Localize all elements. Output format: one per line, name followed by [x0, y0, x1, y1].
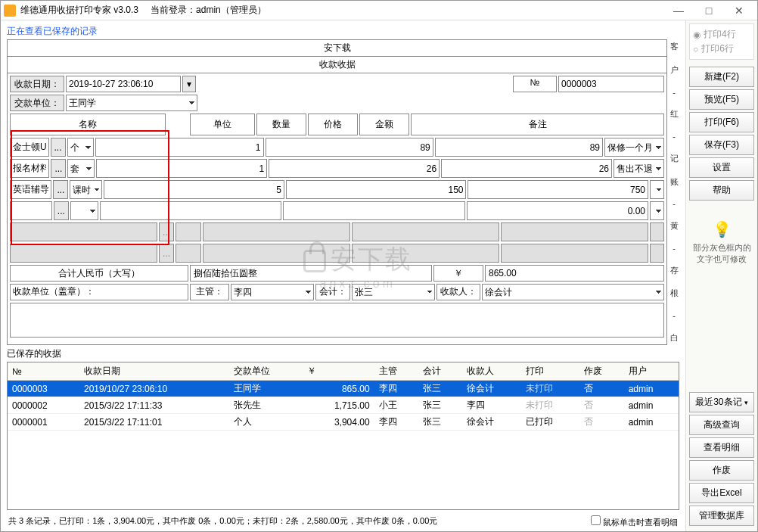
- table-header[interactable]: 作废: [579, 362, 623, 381]
- payee-label: 收款人：: [436, 284, 480, 300]
- action-button[interactable]: 作废: [689, 460, 754, 481]
- action-button[interactable]: 最近30条记 ▾: [689, 392, 754, 412]
- number-input[interactable]: [558, 76, 664, 92]
- item-remark-select[interactable]: 售出不退: [614, 159, 664, 178]
- item-unit-select[interactable]: 套: [67, 159, 95, 178]
- disabled-cell: [203, 244, 350, 263]
- table-header[interactable]: ￥: [303, 362, 374, 381]
- date-input[interactable]: [66, 76, 181, 92]
- item-amount-input[interactable]: [435, 138, 603, 157]
- saved-receipts-label: 已保存的收据: [7, 347, 679, 360]
- disabled-cell: [10, 244, 157, 263]
- item-name-input[interactable]: [10, 201, 52, 220]
- app-icon: [4, 5, 16, 17]
- item-remark-select[interactable]: [650, 201, 664, 220]
- disabled-cell: [650, 244, 664, 263]
- item-name-input[interactable]: [10, 159, 49, 178]
- total-cn: 捌佰陆拾伍圆整: [190, 265, 432, 282]
- col-unit-header: 单位: [190, 114, 255, 135]
- table-header[interactable]: №: [8, 362, 79, 381]
- status-text: 正在查看已保存的记录: [7, 25, 679, 38]
- login-info: 当前登录：admin（管理员）: [151, 4, 266, 17]
- table-header[interactable]: 打印: [521, 362, 580, 381]
- item-unit-select[interactable]: 个: [67, 138, 95, 157]
- item-lookup-button: ...: [159, 244, 174, 263]
- memo-area[interactable]: [10, 303, 664, 338]
- print-lines-group: ◉ 打印4行 ○ 打印6行: [689, 23, 754, 60]
- table-row[interactable]: 00000012015/3/22 17:11:01个人3,904.00李四张三徐…: [8, 414, 679, 431]
- action-button[interactable]: 预览(F5): [689, 89, 754, 110]
- table-header[interactable]: 用户: [624, 362, 679, 381]
- saved-receipts-table[interactable]: №收款日期交款单位￥主管会计收款人打印作废用户 00000032019/10/2…: [7, 362, 679, 510]
- item-remark-select[interactable]: [650, 180, 664, 199]
- item-lookup-button[interactable]: ...: [51, 138, 66, 157]
- payer-select[interactable]: 王同学: [66, 95, 197, 111]
- item-qty-input[interactable]: [100, 201, 281, 220]
- date-picker-button[interactable]: ▾: [182, 76, 196, 92]
- item-qty-input[interactable]: [104, 180, 284, 199]
- table-header[interactable]: 会计: [418, 362, 462, 381]
- table-header[interactable]: 收款人: [462, 362, 521, 381]
- disabled-cell: [650, 222, 664, 241]
- table-header[interactable]: 收款日期: [79, 362, 229, 381]
- table-row[interactable]: 00000032019/10/27 23:06:10王同学865.00李四张三徐…: [8, 381, 679, 397]
- item-amount-input[interactable]: [441, 159, 612, 178]
- maximize-button[interactable]: □: [694, 2, 724, 20]
- table-header[interactable]: 主管: [374, 362, 418, 381]
- action-button[interactable]: 新建(F2): [689, 67, 754, 87]
- disabled-cell: [10, 222, 157, 241]
- disabled-cell: [352, 244, 499, 263]
- item-unit-select[interactable]: [70, 201, 98, 220]
- col-remark-header: 备注: [411, 114, 664, 135]
- action-button[interactable]: 管理数据库: [689, 506, 754, 526]
- payee-select[interactable]: 徐会计: [482, 284, 664, 300]
- table-header[interactable]: 交款单位: [229, 362, 303, 381]
- item-price-input[interactable]: [266, 138, 433, 157]
- date-label-button[interactable]: 收款日期：: [10, 76, 64, 92]
- action-button[interactable]: 高级查询: [689, 415, 754, 435]
- col-price-header: 价格: [308, 114, 358, 135]
- total-amount[interactable]: [485, 265, 664, 282]
- action-button[interactable]: 查看明细: [689, 437, 754, 458]
- item-remark-select[interactable]: 保修一个月: [604, 138, 664, 157]
- item-lookup-button: ...: [159, 222, 174, 241]
- item-amount-input[interactable]: [467, 201, 648, 220]
- receipt-title-1[interactable]: 安下载: [8, 40, 666, 57]
- item-lookup-button[interactable]: ...: [51, 159, 66, 178]
- supervisor-select[interactable]: 李四: [231, 284, 314, 300]
- item-name-input[interactable]: [10, 138, 49, 157]
- item-price-input[interactable]: [286, 180, 467, 199]
- item-lookup-button[interactable]: ...: [53, 180, 68, 199]
- col-amount-header: 金额: [359, 114, 409, 135]
- action-button[interactable]: 导出Excel: [689, 483, 754, 503]
- col-name-header: 名称: [10, 114, 166, 135]
- item-price-input[interactable]: [269, 159, 440, 178]
- minimize-button[interactable]: —: [663, 2, 694, 20]
- print-6-lines-radio[interactable]: ○ 打印6行: [693, 42, 750, 56]
- side-label-strip: 客户-红-记账-黄-存根-白: [669, 39, 679, 345]
- item-qty-input[interactable]: [96, 159, 267, 178]
- supervisor-label: 主管：: [190, 284, 229, 300]
- print-4-lines-radio[interactable]: ◉ 打印4行: [693, 27, 750, 42]
- item-lookup-button[interactable]: ...: [54, 201, 69, 220]
- footer-summary: 共 3 条记录，已打印：1条，3,904.00元，其中作废 0条，0.00元；未…: [8, 515, 437, 527]
- disabled-cell: [501, 244, 648, 263]
- action-button[interactable]: 打印(F6): [689, 112, 754, 132]
- item-unit-select[interactable]: 课时: [70, 180, 102, 199]
- table-row[interactable]: 00000022015/3/22 17:11:33张先生1,715.00小王张三…: [8, 397, 679, 414]
- currency-symbol: ￥: [433, 265, 483, 282]
- receipt-title-2[interactable]: 收款收据: [8, 57, 666, 73]
- stamp-unit-label: 收款单位（盖章）：: [10, 284, 188, 300]
- item-price-input[interactable]: [283, 201, 464, 220]
- item-qty-input[interactable]: [95, 138, 263, 157]
- disabled-cell: [501, 222, 648, 241]
- close-button[interactable]: ✕: [724, 2, 754, 20]
- accountant-select[interactable]: 张三: [352, 284, 435, 300]
- item-name-input[interactable]: [10, 180, 51, 199]
- action-button[interactable]: 保存(F3): [689, 135, 754, 155]
- action-button[interactable]: 帮助: [689, 180, 754, 201]
- item-amount-input[interactable]: [468, 180, 648, 199]
- footer-checkbox[interactable]: 鼠标单击时查看明细: [588, 513, 678, 528]
- payer-label-button[interactable]: 交款单位：: [10, 95, 64, 111]
- action-button[interactable]: 设置: [689, 157, 754, 178]
